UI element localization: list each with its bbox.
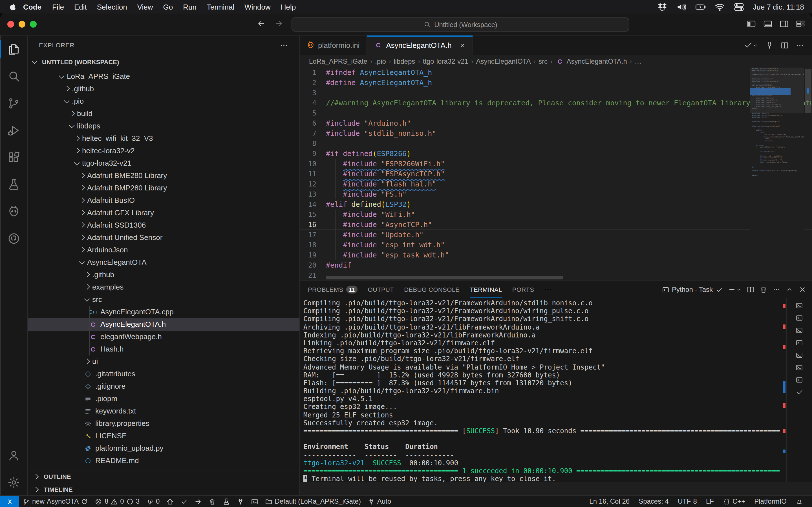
tree-folder-lora-aprs-igate[interactable]: LoRa_APRS_iGate <box>28 70 299 82</box>
tree-folder-adafruit-bmp280-library[interactable]: Adafruit BMP280 Library <box>28 182 299 194</box>
status-language-mode[interactable]: C++ <box>718 496 750 507</box>
status-pio-clean[interactable] <box>205 496 219 507</box>
menu-item-view[interactable]: View <box>132 3 158 11</box>
tree-folder-pio[interactable]: .pio <box>28 95 299 107</box>
tree-file-piopm[interactable]: .piopm <box>28 392 299 405</box>
tree-folder-ttgo-lora32-v21[interactable]: ttgo-lora32-v21 <box>28 157 299 169</box>
timeline-section-header[interactable]: TIMELINE <box>28 483 299 496</box>
code-editor[interactable]: 1#ifndef AsyncElegantOTA_h2#define Async… <box>300 68 812 281</box>
menu-item-go[interactable]: Go <box>158 3 178 11</box>
code-line-1[interactable]: 1#ifndef AsyncElegantOTA_h <box>300 68 812 78</box>
tree-folder-build[interactable]: build <box>28 107 299 120</box>
menu-bar-clock[interactable]: Jue 7 dic. 11:18 <box>753 3 804 11</box>
tree-folder-libdeps[interactable]: libdeps <box>28 120 299 132</box>
terminal-tab-task[interactable] <box>786 312 812 324</box>
status-problems[interactable]: 803 <box>92 496 143 507</box>
panel-tab-terminal[interactable]: TERMINAL <box>470 281 502 298</box>
breadcrumb-item-libdeps[interactable]: libdeps <box>394 57 415 65</box>
code-line-11[interactable]: 11 #include "ESPAsyncTCP.h" <box>300 169 812 179</box>
terminal-tab-task[interactable] <box>786 336 812 349</box>
activity-bar-github[interactable] <box>0 225 27 252</box>
code-line-17[interactable]: 17 #include "Update.h" <box>300 230 812 240</box>
code-line-19[interactable]: 19 #include "esp_task_wdt.h" <box>300 250 812 260</box>
close-panel-button[interactable] <box>799 286 806 293</box>
tree-folder-asynctcp[interactable]: AsyncTCP <box>28 467 299 470</box>
kill-terminal-button[interactable] <box>760 286 767 293</box>
apple-icon[interactable] <box>8 2 17 11</box>
status-broadcast[interactable]: 0 <box>143 496 163 507</box>
menu-item-terminal[interactable]: Terminal <box>202 3 239 11</box>
navigate-back-icon[interactable] <box>257 19 266 28</box>
tree-file-library-properties[interactable]: library.properties <box>28 417 299 430</box>
status-remote[interactable] <box>0 496 19 507</box>
run-task-button[interactable] <box>744 41 758 49</box>
zoom-window-button[interactable] <box>30 21 37 27</box>
terminal-tab-task[interactable] <box>786 361 812 374</box>
maximize-panel-button[interactable] <box>785 286 794 293</box>
tree-folder-adafruit-gfx-library[interactable]: Adafruit GFX Library <box>28 207 299 219</box>
tree-file-keywords-txt[interactable]: keywords.txt <box>28 405 299 417</box>
menu-item-file[interactable]: File <box>47 3 69 11</box>
tree-file-elegantwebpage-h[interactable]: CelegantWebpage.h <box>28 330 299 343</box>
explorer-more-actions-icon[interactable] <box>280 41 288 50</box>
customize-layout-button[interactable] <box>796 19 805 29</box>
minimize-window-button[interactable] <box>18 21 26 27</box>
status-indentation[interactable]: Spaces: 4 <box>634 496 673 507</box>
breadcrumb-item-asyncelegantota[interactable]: AsyncElegantOTA <box>476 57 530 65</box>
outline-section-header[interactable]: OUTLINE <box>28 470 299 483</box>
tree-folder-adafruit-bme280-library[interactable]: Adafruit BME280 Library <box>28 169 299 182</box>
split-editor-button[interactable] <box>780 41 789 49</box>
activity-bar-platformio[interactable] <box>0 198 27 225</box>
tree-folder-heltec-wifi-kit-32-v3[interactable]: heltec_wifi_kit_32_V3 <box>28 132 299 145</box>
status-pio-home[interactable] <box>163 496 177 507</box>
code-line-4[interactable]: 4//#warning AsyncElegantOTA library is d… <box>300 98 812 108</box>
split-terminal-button[interactable] <box>747 286 755 293</box>
activity-bar-source-control[interactable] <box>0 90 27 117</box>
menu-item-help[interactable]: Help <box>276 3 301 11</box>
menu-item-code[interactable]: Code <box>17 3 47 11</box>
tree-file-gitattributes[interactable]: .gitattributes <box>28 368 299 380</box>
tree-file-asyncelegantota-cpp[interactable]: C++AsyncElegantOTA.cpp <box>28 305 299 318</box>
terminal-tab-task[interactable] <box>786 349 812 361</box>
terminal-output[interactable]: Compiling .pio/build/ttgo-lora32-v21/Fra… <box>300 298 786 482</box>
status-pio-upload[interactable] <box>191 496 205 507</box>
minimap[interactable]: #ifndef AsyncElegantOTA_h #define AsyncE… <box>750 68 804 281</box>
breadcrumb-item-ttgo-lora32-v21[interactable]: ttgo-lora32-v21 <box>423 57 468 65</box>
navigate-forward-icon[interactable] <box>274 19 284 28</box>
tree-file-asyncelegantota-h[interactable]: CAsyncElegantOTA.h <box>28 318 299 330</box>
panel-tab-ports[interactable]: PORTS <box>512 281 534 298</box>
status-pio-terminal[interactable] <box>248 496 262 507</box>
breadcrumb-item-asyncelegantota-h[interactable]: CAsyncElegantOTA.h <box>555 57 627 65</box>
control-center-icon[interactable] <box>733 1 744 12</box>
volume-icon[interactable] <box>676 1 687 12</box>
terminal-tab-task[interactable] <box>786 324 812 336</box>
code-line-9[interactable]: 9#if defined(ESP8266) <box>300 149 812 159</box>
tree-folder-adafruit-ssd1306[interactable]: Adafruit SSD1306 <box>28 219 299 231</box>
status-pio-build[interactable] <box>177 496 191 507</box>
menu-item-selection[interactable]: Selection <box>92 3 132 11</box>
status-notifications[interactable] <box>791 496 808 507</box>
breadcrumb-item-pio[interactable]: .pio <box>375 57 386 65</box>
wifi-icon[interactable] <box>714 1 725 12</box>
breadcrumb-item-src[interactable]: src <box>539 57 548 65</box>
code-line-8[interactable]: 8 <box>300 138 812 149</box>
status-encoding[interactable]: UTF-8 <box>673 496 702 507</box>
activity-bar-settings[interactable] <box>0 469 27 496</box>
activity-bar-testing[interactable] <box>0 171 27 198</box>
panel-tab-debug-console[interactable]: DEBUG CONSOLE <box>404 281 460 298</box>
status-pio-env[interactable]: Default (LoRa_APRS_iGate) <box>262 496 364 507</box>
terminal-task-selector[interactable]: Python - Task <box>662 286 723 293</box>
activity-bar-accounts[interactable] <box>0 442 27 469</box>
tree-folder-heltec-lora32-v2[interactable]: heltec-lora32-v2 <box>28 145 299 157</box>
status-platformio-status[interactable]: PlatformIO <box>750 496 791 507</box>
code-line-16[interactable]: 16 #include "AsyncTCP.h" <box>300 220 812 230</box>
tree-folder-arduinojson[interactable]: ArduinoJson <box>28 244 299 256</box>
tree-folder-adafruit-unified-sensor[interactable]: Adafruit Unified Sensor <box>28 231 299 244</box>
code-line-7[interactable]: 7#include "stdlib_noniso.h" <box>300 128 812 138</box>
tree-folder-asyncelegantota[interactable]: AsyncElegantOTA <box>28 256 299 269</box>
status-pio-monitor[interactable] <box>234 496 248 507</box>
code-line-5[interactable]: 5 <box>300 108 812 118</box>
terminal-tab-task-done[interactable] <box>786 386 812 398</box>
panel-more-tabs-icon[interactable] <box>544 286 552 293</box>
panel-tab-problems[interactable]: PROBLEMS11 <box>308 281 357 298</box>
